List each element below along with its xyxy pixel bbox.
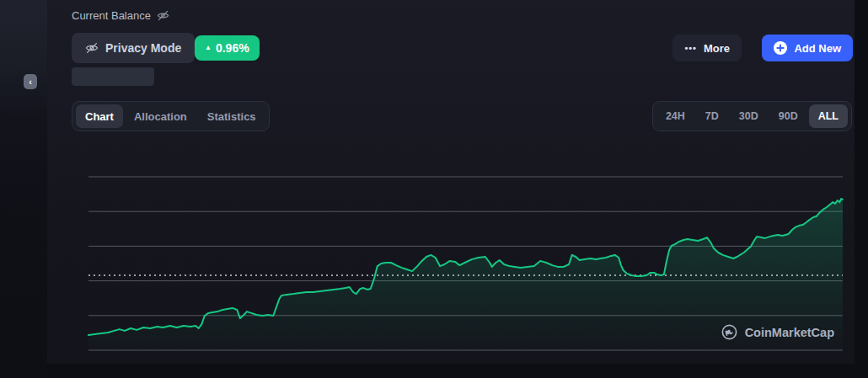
portfolio-panel: Current Balance Privacy Mode ▲	[47, 0, 855, 364]
chevron-left-icon: ‹	[29, 77, 32, 87]
ellipsis-icon: •••	[684, 44, 697, 53]
view-tabs: Chart Allocation Statistics	[72, 101, 270, 131]
coinmarketcap-logo-icon	[721, 323, 738, 341]
tab-chart[interactable]: Chart	[76, 104, 123, 128]
plus-circle-icon	[774, 41, 787, 55]
coinmarketcap-watermark: CoinMarketCap	[721, 323, 834, 341]
range-24h[interactable]: 24H	[656, 104, 694, 128]
current-balance-row: Current Balance	[72, 9, 169, 22]
eye-off-icon[interactable]	[157, 9, 169, 22]
add-new-label: Add New	[794, 42, 841, 55]
more-label: More	[704, 42, 730, 55]
hidden-balance-placeholder	[72, 67, 154, 86]
triangle-up-icon: ▲	[205, 45, 212, 51]
current-balance-label: Current Balance	[72, 9, 151, 22]
tab-allocation[interactable]: Allocation	[125, 104, 196, 128]
more-button[interactable]: ••• More	[672, 35, 742, 61]
balance-change-value: 0.96%	[216, 41, 249, 55]
time-range-selector: 24H 7D 30D 90D ALL	[652, 101, 852, 131]
watermark-label: CoinMarketCap	[745, 326, 834, 339]
eye-off-icon	[85, 41, 99, 55]
privacy-mode-button[interactable]: Privacy Mode	[72, 33, 195, 63]
range-90d[interactable]: 90D	[769, 104, 807, 128]
range-all[interactable]: ALL	[809, 104, 848, 128]
privacy-mode-label: Privacy Mode	[105, 41, 181, 55]
balance-change-badge: ▲ 0.96%	[195, 35, 260, 61]
range-30d[interactable]: 30D	[730, 104, 768, 128]
range-7d[interactable]: 7D	[696, 104, 728, 128]
sidebar-collapse-button[interactable]: ‹	[24, 74, 37, 89]
add-new-button[interactable]: Add New	[762, 35, 853, 61]
portfolio-page: ‹ Current Balance Privacy Mode	[0, 0, 868, 378]
left-rail	[0, 0, 47, 378]
tab-statistics[interactable]: Statistics	[198, 104, 265, 128]
